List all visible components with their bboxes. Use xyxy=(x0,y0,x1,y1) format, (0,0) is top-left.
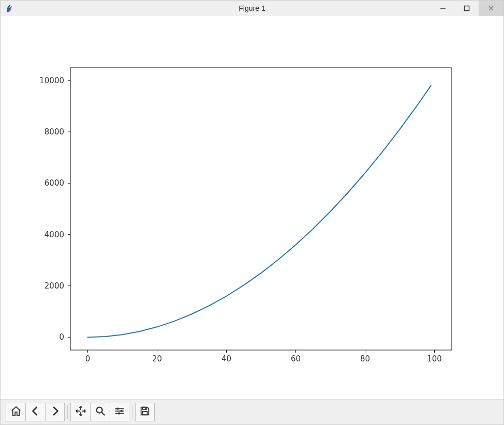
save-button[interactable] xyxy=(135,403,155,421)
series-line xyxy=(88,86,431,337)
y-tick-label: 2000 xyxy=(45,281,64,291)
app-feather-icon xyxy=(4,3,15,14)
maximize-button[interactable] xyxy=(455,1,479,16)
x-tick-label: 80 xyxy=(360,354,370,363)
x-tick-label: 100 xyxy=(427,354,442,363)
svg-rect-1 xyxy=(465,6,469,11)
y-tick-label: 0 xyxy=(59,332,64,342)
x-tick-label: 20 xyxy=(152,354,162,363)
svg-rect-4 xyxy=(70,68,452,350)
toolbar-separator xyxy=(132,405,132,419)
y-tick-label: 6000 xyxy=(45,178,64,188)
svg-rect-20 xyxy=(117,408,119,410)
zoom-icon xyxy=(95,405,106,419)
zoom-button[interactable] xyxy=(90,403,110,421)
coord-readout xyxy=(494,408,498,416)
y-tick-label: 10000 xyxy=(39,76,64,85)
x-tick-label: 40 xyxy=(221,354,231,363)
figure-canvas[interactable]: 0204060801000200040006000800010000 xyxy=(1,16,503,399)
sliders-icon xyxy=(114,405,125,419)
arrow-right-icon xyxy=(49,405,61,419)
svg-rect-27 xyxy=(145,408,146,409)
matplotlib-toolbar xyxy=(1,399,503,424)
x-tick-label: 0 xyxy=(85,354,91,363)
arrow-left-icon xyxy=(30,405,41,419)
back-button[interactable] xyxy=(25,403,45,421)
minimize-button[interactable] xyxy=(431,1,455,16)
toolbar-separator xyxy=(67,405,68,419)
svg-line-18 xyxy=(101,413,105,416)
home-button[interactable] xyxy=(6,403,25,421)
close-button[interactable] xyxy=(479,1,503,16)
svg-rect-22 xyxy=(121,410,123,412)
y-tick-label: 8000 xyxy=(45,127,64,136)
pan-button[interactable] xyxy=(70,403,90,421)
subplots-button[interactable] xyxy=(110,403,129,421)
x-tick-label: 60 xyxy=(291,354,301,363)
forward-button[interactable] xyxy=(45,403,65,421)
titlebar: Figure 1 xyxy=(1,1,503,16)
save-icon xyxy=(139,405,151,419)
y-tick-label: 4000 xyxy=(45,230,64,239)
svg-rect-24 xyxy=(118,413,120,415)
window-controls xyxy=(431,1,503,16)
move-icon xyxy=(75,405,86,419)
window-title: Figure 1 xyxy=(239,4,265,12)
svg-rect-26 xyxy=(142,412,147,415)
home-icon xyxy=(10,405,22,419)
svg-point-17 xyxy=(96,407,102,413)
